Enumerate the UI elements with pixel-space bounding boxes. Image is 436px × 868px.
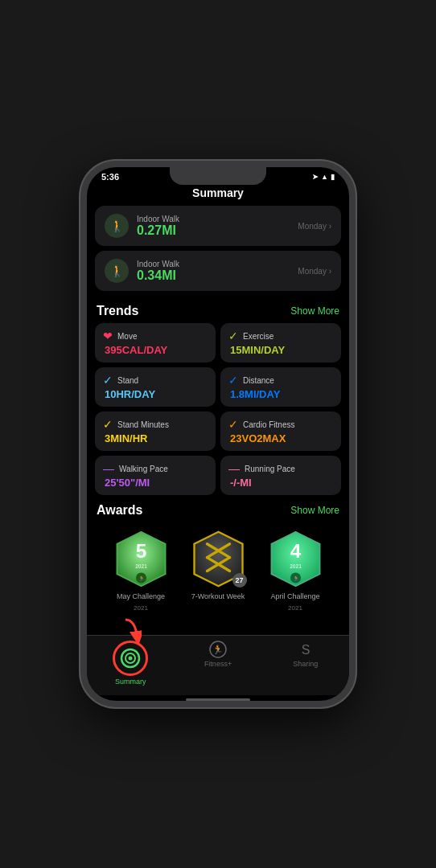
cardio-label: Cardio Fitness bbox=[243, 420, 294, 429]
stand-label: Stand bbox=[117, 376, 138, 385]
award-may-challenge[interactable]: 5 2021 🏃 May Challenge 2021 bbox=[105, 529, 176, 612]
stand-minutes-icon: ✓ bbox=[103, 418, 113, 431]
wifi-icon: ▲ bbox=[321, 173, 328, 181]
award-label-april: April Challenge bbox=[270, 592, 319, 601]
svg-text:🏃: 🏃 bbox=[292, 575, 299, 582]
trend-move[interactable]: ❤ Move 395CAL/DAY bbox=[95, 323, 216, 362]
page-title: Summary bbox=[87, 183, 349, 206]
walk-icon-2: 🚶 bbox=[105, 259, 129, 283]
exercise-value: 15MIN/DAY bbox=[228, 344, 333, 356]
stand-minutes-label: Stand Minutes bbox=[117, 420, 169, 429]
svg-text:2021: 2021 bbox=[135, 563, 147, 569]
award-label-may: May Challenge bbox=[117, 592, 165, 601]
award-april-challenge[interactable]: 4 2021 🏃 April Challenge 2021 bbox=[260, 529, 331, 612]
running-pace-icon: — bbox=[228, 462, 240, 475]
notch bbox=[170, 167, 266, 185]
walk-glyph-2: 🚶 bbox=[110, 264, 124, 277]
activity-info-2: Indoor Walk 0.34MI bbox=[137, 260, 290, 283]
phone-frame: 5:36 ➤ ▲ ▮ Summary 🚶 Indoor Walk 0.27MI … bbox=[80, 161, 356, 707]
award-number-workout: 27 bbox=[232, 573, 247, 588]
screen-content[interactable]: Summary 🚶 Indoor Walk 0.27MI Monday › 🚶 bbox=[87, 183, 349, 635]
move-value: 395CAL/DAY bbox=[103, 344, 208, 356]
svg-text:4: 4 bbox=[290, 540, 301, 562]
cardio-value: 23VO2MAX bbox=[228, 432, 333, 444]
activity-value-1: 0.27MI bbox=[137, 223, 290, 238]
award-sublabel-may: 2021 bbox=[134, 604, 148, 612]
svg-point-17 bbox=[129, 657, 133, 661]
summary-icon bbox=[120, 648, 141, 669]
award-svg-may: 5 2021 🏃 bbox=[111, 529, 171, 589]
activity-card-1[interactable]: 🚶 Indoor Walk 0.27MI Monday › bbox=[95, 206, 341, 246]
svg-text:S: S bbox=[301, 643, 310, 657]
activity-meta-1: Monday › bbox=[298, 222, 331, 231]
award-label-workout: 7-Workout Week bbox=[191, 592, 245, 601]
award-badge-workout: 27 bbox=[188, 529, 249, 589]
svg-text:🏃: 🏃 bbox=[212, 644, 224, 655]
time-display: 5:36 bbox=[101, 172, 119, 182]
tab-fitness[interactable]: 🏃 Fitness+ bbox=[175, 641, 262, 686]
svg-text:🏃: 🏃 bbox=[138, 575, 145, 582]
exercise-icon: ✓ bbox=[228, 330, 238, 342]
awards-header: Awards Show More bbox=[87, 495, 349, 522]
activity-label-1: Indoor Walk bbox=[137, 215, 290, 223]
tab-fitness-label: Fitness+ bbox=[204, 660, 232, 668]
award-badge-may: 5 2021 🏃 bbox=[111, 529, 171, 589]
activity-label-2: Indoor Walk bbox=[137, 260, 290, 268]
stand-minutes-value: 3MIN/HR bbox=[103, 432, 208, 444]
stand-value: 10HR/DAY bbox=[103, 388, 208, 400]
running-pace-label: Running Pace bbox=[245, 465, 295, 473]
walk-icon-1: 🚶 bbox=[105, 214, 129, 238]
home-indicator bbox=[186, 698, 250, 701]
trends-title: Trends bbox=[97, 304, 138, 318]
svg-text:5: 5 bbox=[135, 540, 146, 562]
awards-title: Awards bbox=[97, 503, 143, 518]
distance-value: 1.8MI/DAY bbox=[228, 388, 333, 400]
tab-summary-label: Summary bbox=[115, 678, 146, 686]
awards-row: 5 2021 🏃 May Challenge 2021 bbox=[87, 522, 349, 616]
awards-show-more[interactable]: Show More bbox=[290, 505, 339, 516]
distance-icon: ✓ bbox=[228, 374, 238, 387]
move-icon: ❤ bbox=[103, 330, 113, 342]
award-badge-april: 4 2021 🏃 bbox=[265, 529, 326, 589]
running-pace-value: -/-MI bbox=[228, 477, 333, 489]
tab-summary[interactable]: Summary bbox=[87, 641, 175, 686]
tab-bar: Summary 🏃 Fitnes bbox=[87, 635, 349, 695]
trend-stand[interactable]: ✓ Stand 10HR/DAY bbox=[95, 367, 216, 407]
activity-card-2[interactable]: 🚶 Indoor Walk 0.34MI Monday › bbox=[95, 251, 341, 291]
battery-icon: ▮ bbox=[331, 173, 335, 181]
walking-pace-label: Walking Pace bbox=[119, 465, 168, 473]
trend-cardio[interactable]: ✓ Cardio Fitness 23VO2MAX bbox=[220, 411, 341, 451]
trend-running-pace[interactable]: — Running Pace -/-MI bbox=[220, 456, 341, 495]
activity-info-1: Indoor Walk 0.27MI bbox=[137, 215, 290, 238]
award-sublabel-april: 2021 bbox=[288, 604, 302, 612]
activity-value-2: 0.34MI bbox=[137, 268, 290, 283]
tab-sharing[interactable]: S Sharing bbox=[261, 641, 349, 686]
move-label: Move bbox=[117, 332, 137, 341]
status-icons: ➤ ▲ ▮ bbox=[312, 173, 335, 181]
trends-grid: ❤ Move 395CAL/DAY ✓ Exercise 15MIN/DAY bbox=[87, 323, 349, 495]
phone-screen: 5:36 ➤ ▲ ▮ Summary 🚶 Indoor Walk 0.27MI … bbox=[87, 167, 349, 701]
svg-text:2021: 2021 bbox=[290, 563, 302, 569]
trend-exercise[interactable]: ✓ Exercise 15MIN/DAY bbox=[220, 323, 341, 362]
walking-pace-icon: — bbox=[103, 462, 114, 475]
trends-show-more[interactable]: Show More bbox=[290, 305, 339, 317]
walk-glyph-1: 🚶 bbox=[110, 219, 124, 232]
trend-stand-minutes[interactable]: ✓ Stand Minutes 3MIN/HR bbox=[95, 411, 216, 451]
trend-walking-pace[interactable]: — Walking Pace 25'50"/MI bbox=[95, 456, 216, 495]
activity-meta-2: Monday › bbox=[298, 267, 331, 276]
cardio-icon: ✓ bbox=[228, 418, 238, 431]
walking-pace-value: 25'50"/MI bbox=[103, 477, 208, 489]
fitness-icon: 🏃 bbox=[209, 641, 227, 658]
exercise-label: Exercise bbox=[243, 332, 274, 341]
sharing-icon: S bbox=[297, 641, 315, 658]
award-7workout[interactable]: 27 7-Workout Week bbox=[183, 529, 253, 612]
award-svg-april: 4 2021 🏃 bbox=[265, 529, 326, 589]
tab-highlight-circle bbox=[113, 641, 148, 676]
tab-sharing-label: Sharing bbox=[293, 660, 318, 668]
trend-distance[interactable]: ✓ Distance 1.8MI/DAY bbox=[220, 367, 341, 407]
distance-label: Distance bbox=[243, 376, 274, 385]
trends-header: Trends Show More bbox=[87, 296, 349, 323]
location-icon: ➤ bbox=[312, 173, 319, 181]
stand-icon: ✓ bbox=[103, 374, 113, 387]
